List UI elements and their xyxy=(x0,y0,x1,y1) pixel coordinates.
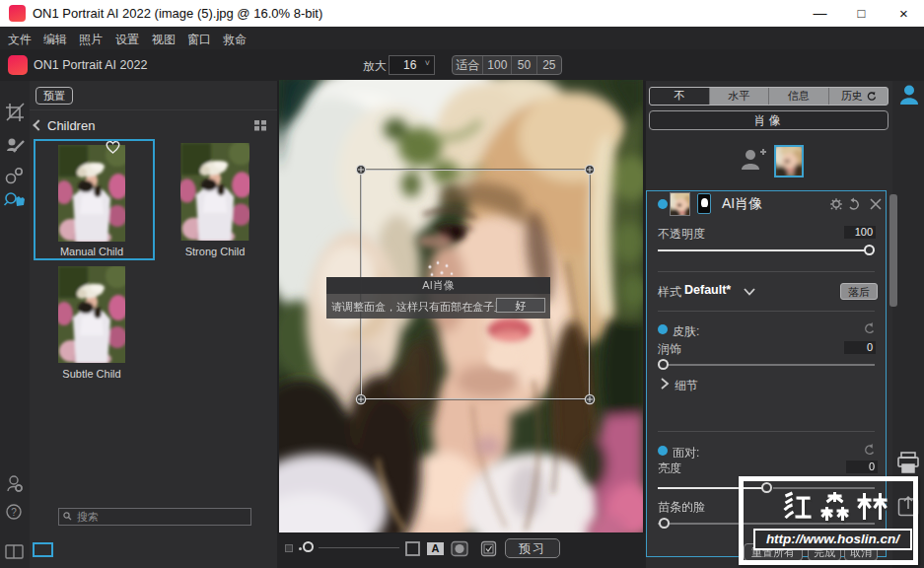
svg-text:?: ? xyxy=(11,507,17,518)
